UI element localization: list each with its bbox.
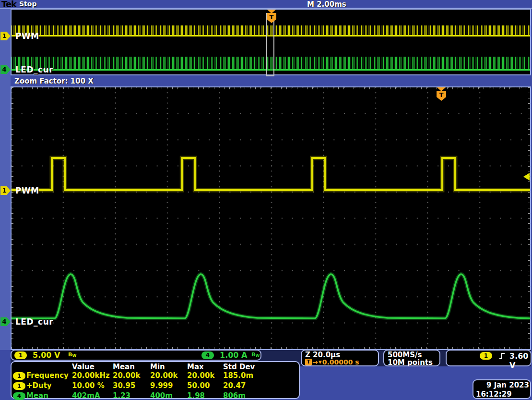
channel1-scale[interactable]: 5.00 V (33, 351, 60, 360)
measurement-value: 20.00k (113, 371, 140, 380)
trigger-level-readout: 3.60 V (509, 352, 531, 370)
trigger-t-icon: T (267, 13, 276, 23)
main-timebase-readout[interactable]: M 2.00ms (307, 0, 346, 9)
measurement-channel-badge: 1 (13, 372, 25, 380)
channel4-badge: 4 (201, 352, 214, 359)
pwm-trace-fuzz (12, 158, 530, 190)
oscilloscope-screen: Tek Stop M 2.00ms T Zoom Factor: 100 X (0, 0, 532, 400)
measurement-value: 20.00k (187, 371, 214, 380)
trigger-triangle-icon (267, 10, 276, 13)
delay-marker-icon: ▼ (319, 360, 322, 364)
datetime-box: 9 Jan 2023 16:12:29 (473, 379, 531, 399)
trigger-level-arrow-icon[interactable] (523, 173, 530, 181)
measurement-header: Mean (113, 363, 135, 371)
channel1-badge: 1 (14, 352, 27, 359)
measurement-value: 400m (150, 391, 173, 400)
measurement-value: 1.98 (187, 391, 205, 400)
delay-value: 0.00000 s (322, 358, 359, 366)
measurement-value: 10.00 % (72, 381, 105, 390)
zoom-factor-label: Zoom Factor: 100 X (11, 77, 94, 85)
time-readout: 16:12:29 (476, 390, 512, 399)
trigger-t-icon: T (437, 91, 446, 101)
measurement-value: 806m (223, 391, 246, 400)
led-current-trace (12, 274, 530, 318)
acquisition-readout-box[interactable]: 500MS/s 10M points (383, 350, 440, 366)
trigger-t-chip-icon: T (305, 359, 312, 365)
channel1-label-overview: PWM (15, 32, 39, 40)
channel4-scale[interactable]: 1.00 A (220, 351, 247, 360)
rising-edge-icon (499, 352, 506, 360)
trigger-delay-readout: T→▼0.00000 s (305, 358, 359, 366)
measurement-channel-badge: 1 (13, 382, 25, 390)
measurement-header: Min (150, 363, 165, 371)
channel4-bandwidth-icon: BW (251, 352, 260, 360)
measurement-value: 402mA (72, 391, 100, 400)
acquisition-status[interactable]: Stop (19, 0, 36, 8)
waveform-overview-window: T (11, 9, 531, 75)
zoom-timebase-box[interactable]: Z 20.0µs T→▼0.00000 s (301, 350, 379, 366)
measurement-value: 50.00 (187, 381, 210, 390)
channel-marker-rail (0, 9, 11, 350)
channel-scale-readout-box[interactable]: 1 5.00 V BW 4 1.00 A BW (11, 350, 261, 361)
measurement-row: 1+Duty10.00 %30.959.99950.0020.47 (12, 381, 299, 391)
zoom-waveform-window: T (11, 86, 531, 350)
measurement-row: 1Frequency20.00kHz20.00k20.00k20.00k185.… (12, 371, 299, 381)
trigger-source-badge: 1 (480, 352, 492, 360)
measurement-header: Std Dev (223, 363, 255, 371)
tek-logo: Tek (1, 0, 16, 9)
measurement-label: +Duty (26, 381, 52, 390)
measurement-value: 185.0m (223, 371, 253, 380)
channel1-bandwidth-icon: BW (68, 352, 76, 360)
channel4-label-zoom: LED_cur (15, 317, 53, 326)
measurement-channel-badge: 4 (13, 392, 25, 400)
trigger-triangle-icon (437, 87, 446, 91)
measurement-header: Max (187, 363, 204, 371)
measurement-label: Mean (26, 391, 48, 400)
zoom-factor-bar: Zoom Factor: 100 X (11, 76, 531, 86)
pwm-trace (12, 158, 530, 190)
delay-arrow-icon: → (312, 358, 318, 366)
measurement-label: Frequency (26, 371, 69, 380)
top-status-bar: Tek Stop M 2.00ms (0, 0, 532, 9)
measurement-value: 20.00k (150, 371, 177, 380)
waveform-plot (12, 87, 530, 349)
channel4-label-overview: LED_cur (15, 65, 53, 74)
record-length-readout: 10M points (388, 358, 433, 367)
measurement-value: 20.00kHz (72, 371, 110, 380)
channel1-label-zoom: PWM (15, 186, 39, 195)
measurement-header: Value (72, 363, 95, 371)
measurement-value: 9.999 (150, 381, 173, 390)
trigger-position-flag-zoom[interactable]: T (437, 87, 446, 101)
trigger-position-flag-overview[interactable]: T (267, 10, 276, 23)
measurement-table: ValueMeanMinMaxStd Dev1Frequency20.00kHz… (11, 361, 300, 399)
measurement-value: 1.23 (113, 391, 130, 400)
trigger-readout-box[interactable]: 1 3.60 V (446, 350, 532, 366)
measurement-row: 4Mean402mA1.23400m1.98806m (12, 391, 299, 400)
date-readout: 9 Jan 2023 (473, 381, 529, 389)
measurement-value: 30.95 (113, 381, 135, 390)
measurement-value: 20.47 (223, 381, 246, 390)
